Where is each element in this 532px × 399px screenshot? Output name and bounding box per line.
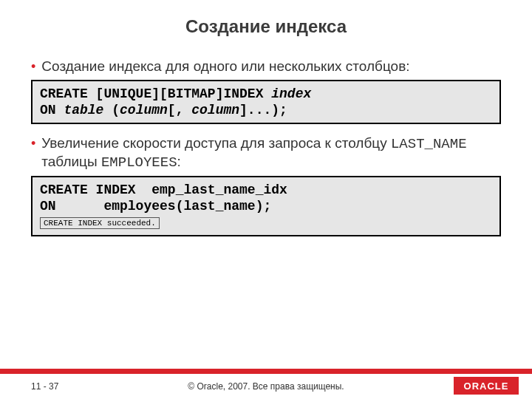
bullet-dot-icon: •: [31, 134, 35, 152]
bullet-text: Создание индекса для одного или нескольк…: [41, 58, 409, 75]
code-param: table: [64, 103, 103, 117]
bullet-item: • Увеличение скорости доступа для запрос…: [31, 134, 501, 171]
code-text: CREATE INDEX emp_last_name_idx ON employ…: [40, 182, 492, 214]
text-fragment: :: [177, 154, 181, 169]
code-line: CREATE INDEX emp_last_name_idx: [40, 183, 287, 197]
code-syntax-box: CREATE [UNIQUE][BITMAP]INDEX index ON ta…: [31, 80, 501, 124]
code-text: (: [103, 103, 120, 117]
copyright-text: © Oracle, 2007. Все права защищены.: [0, 381, 532, 392]
text-fragment: Увеличение скорости доступа для запроса …: [41, 135, 391, 151]
slide-content: • Создание индекса для одного или нескол…: [0, 43, 532, 236]
inline-code: LAST_NAME: [391, 136, 467, 152]
code-text: CREATE [UNIQUE][BITMAP]INDEX: [40, 86, 271, 101]
bullet-dot-icon: •: [31, 58, 35, 75]
slide-footer: 11 - 37 © Oracle, 2007. Все права защище…: [0, 369, 532, 399]
bullet-text: Увеличение скорости доступа для запроса …: [41, 134, 501, 171]
inline-code: EMPLOYEES: [101, 154, 177, 171]
result-message-box: CREATE INDEX succeeded.: [40, 217, 160, 229]
slide-title: Создание индекса: [0, 0, 532, 43]
oracle-logo: ORACLE: [454, 377, 519, 395]
footer-row: 11 - 37 © Oracle, 2007. Все права защище…: [0, 374, 532, 399]
footer-divider-bar: [0, 369, 532, 374]
text-fragment: таблицы: [41, 154, 101, 169]
slide: Создание индекса • Создание индекса для …: [0, 0, 532, 399]
code-example-box: CREATE INDEX emp_last_name_idx ON employ…: [31, 176, 501, 236]
code-text: ON: [40, 103, 64, 117]
code-line: ON employees(last_name);: [40, 199, 271, 214]
code-text: [,: [168, 103, 191, 117]
page-number: 11 - 37: [31, 381, 58, 392]
code-param: index: [271, 86, 311, 101]
code-param: column: [191, 103, 239, 117]
bullet-item: • Создание индекса для одного или нескол…: [31, 58, 501, 75]
code-param: column: [120, 103, 168, 117]
code-text: ]...);: [239, 103, 287, 117]
